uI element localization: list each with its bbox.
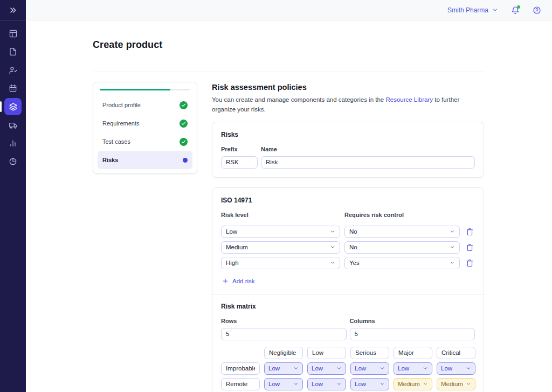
sidebar-item-calendar[interactable]: [4, 80, 22, 97]
chevron-down-icon: [293, 366, 299, 371]
chevron-down-icon: [380, 381, 385, 387]
chevron-down-icon: [450, 229, 455, 234]
stepper-item-risks[interactable]: Risks: [98, 151, 192, 169]
risk-matrix-grid: LowLowLowLowLowLowLowLowMediumMediumLowL…: [221, 347, 475, 392]
stepper-item-label: Risks: [102, 157, 118, 163]
trash-icon: [466, 259, 474, 267]
columns-label: Columns: [350, 318, 475, 324]
select-value: No: [349, 228, 357, 235]
matrix-row-header-input[interactable]: [221, 362, 260, 375]
matrix-cell-select[interactable]: Medium: [394, 378, 432, 390]
help-button[interactable]: [533, 6, 541, 15]
stepper-item-label: Test cases: [102, 138, 130, 145]
delete-risk-button[interactable]: [464, 226, 475, 237]
chevrons-right-icon: [9, 6, 17, 14]
sidebar-item-dashboard[interactable]: [4, 25, 22, 42]
stepper-progress-track: [100, 89, 190, 90]
matrix-row-header-input[interactable]: [221, 378, 260, 390]
risk-row: Low No: [221, 226, 475, 238]
select-value: Medium: [441, 381, 463, 387]
rows-input[interactable]: [221, 328, 347, 340]
prefix-input[interactable]: [221, 156, 258, 169]
chevron-down-icon: [336, 366, 342, 371]
matrix-col-header-input[interactable]: [437, 347, 475, 359]
matrix-cell-select[interactable]: Medium: [437, 378, 475, 390]
notification-dot: [517, 5, 520, 9]
chevron-down-icon: [466, 381, 471, 387]
matrix-cell-select[interactable]: Low: [307, 378, 346, 390]
resource-library-link[interactable]: Resource Library: [385, 96, 433, 103]
risk-row: Medium No: [221, 241, 475, 254]
add-risk-label: Add risk: [232, 278, 255, 284]
select-value: Low: [398, 365, 409, 372]
matrix-cell-select[interactable]: Low: [394, 362, 432, 375]
chevron-down-icon: [330, 229, 335, 234]
stepper-item-requirements[interactable]: Requirements: [98, 114, 192, 132]
sidebar-item-documents[interactable]: [4, 43, 22, 60]
matrix-col-header-input[interactable]: [264, 347, 303, 359]
select-value: Low: [355, 381, 366, 387]
columns-input[interactable]: [350, 328, 475, 340]
notifications-button[interactable]: [511, 6, 520, 15]
risk-control-select[interactable]: No: [344, 226, 460, 238]
check-circle-icon: [180, 138, 188, 146]
risk-level-select[interactable]: Medium: [221, 241, 340, 254]
stepper-item-product-profile[interactable]: Product profile: [98, 96, 192, 114]
risk-control-select[interactable]: No: [344, 241, 460, 254]
risk-control-select[interactable]: Yes: [344, 257, 460, 269]
risk-level-select[interactable]: Low: [221, 226, 340, 238]
main-area: Smith Pharma Create product: [26, 0, 552, 392]
check-circle-icon: [180, 120, 188, 128]
chevron-down-icon: [330, 260, 335, 265]
document-icon: [9, 47, 17, 56]
card-divider: [212, 294, 484, 295]
sidebar: [0, 0, 26, 392]
chevron-down-icon: [466, 366, 471, 371]
stepper-item-test-cases[interactable]: Test cases: [98, 132, 192, 151]
name-input[interactable]: [261, 156, 475, 169]
trash-icon: [466, 243, 474, 251]
chevron-down-icon: [423, 366, 428, 371]
select-value: No: [349, 244, 357, 250]
risk-row: High Yes: [221, 257, 475, 269]
stepper-item-label: Requirements: [102, 120, 139, 127]
matrix-cell-select[interactable]: Low: [437, 362, 475, 375]
matrix-cell-select[interactable]: Low: [307, 362, 346, 375]
check-circle-icon: [180, 101, 188, 109]
chevron-down-icon: [492, 7, 498, 13]
sidebar-item-suppliers[interactable]: [4, 116, 22, 134]
sidebar-item-reports[interactable]: [4, 135, 22, 152]
select-value: High: [226, 260, 239, 266]
description-text: You can create and manage components and…: [212, 96, 385, 103]
risk-level-select[interactable]: High: [221, 257, 340, 269]
chevron-down-icon: [293, 381, 299, 387]
org-switcher[interactable]: Smith Pharma: [447, 6, 498, 14]
matrix-cell-select[interactable]: Low: [264, 362, 303, 375]
matrix-col-header-input[interactable]: [350, 347, 389, 359]
user-check-icon: [9, 66, 18, 75]
add-risk-button[interactable]: Add risk: [222, 278, 255, 284]
delete-risk-button[interactable]: [464, 242, 475, 253]
matrix-cell-select[interactable]: Low: [264, 378, 303, 390]
sidebar-item-analytics[interactable]: [4, 153, 22, 170]
name-label: Name: [261, 146, 475, 152]
section-description: You can create and manage components and…: [212, 95, 476, 115]
rows-label: Rows: [221, 318, 347, 324]
sidebar-item-users[interactable]: [4, 61, 22, 79]
sidebar-expand-button[interactable]: [0, 0, 26, 20]
select-value: Low: [312, 381, 323, 387]
chevron-down-icon: [450, 244, 455, 250]
matrix-cell-select[interactable]: Low: [350, 378, 389, 390]
matrix-col-header-input[interactable]: [307, 347, 346, 359]
select-value: Low: [268, 365, 280, 372]
chevron-down-icon: [380, 366, 385, 371]
sidebar-item-products[interactable]: [4, 98, 22, 115]
bar-chart-icon: [9, 139, 17, 148]
risk-level-label: Risk level: [221, 212, 340, 218]
matrix-cell-select[interactable]: Low: [350, 362, 389, 375]
matrix-col-header-input[interactable]: [394, 347, 432, 359]
help-icon: [533, 6, 541, 15]
iso-14971-card: ISO 14971 Risk level Requires risk contr…: [212, 187, 484, 392]
delete-risk-button[interactable]: [464, 257, 475, 268]
truck-icon: [9, 121, 18, 130]
